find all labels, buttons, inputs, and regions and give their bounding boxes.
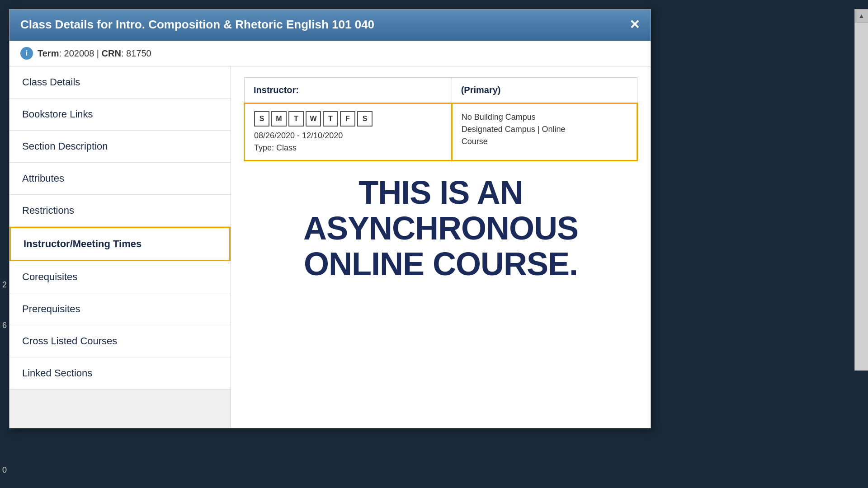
sidebar-item-corequisites[interactable]: Corequisites [9,261,231,293]
crn-label: CRN [102,48,121,58]
info-bar: i Term: 202008 | CRN: 81750 [9,41,651,66]
primary-col-header: (Primary) [452,78,637,103]
sidebar-item-section-description[interactable]: Section Description [9,131,231,163]
day-W: W [306,111,321,127]
modal-body: Class Details Bookstore Links Section De… [9,66,651,428]
day-F: F [340,111,355,127]
sidebar-item-class-details[interactable]: Class Details [9,66,231,99]
modal-header: Class Details for Intro. Composition & R… [9,9,651,41]
day-M: M [271,111,287,127]
location-cell: No Building Campus Designated Campus | O… [452,103,637,161]
sidebar-item-instructor-meeting-times[interactable]: Instructor/Meeting Times [9,227,231,261]
modal-container: Class Details for Intro. Composition & R… [9,9,651,428]
async-message-text: THIS IS ANASYNCHRONOUSONLINE COURSE. [244,175,638,282]
close-button[interactable]: ✕ [629,19,640,31]
day-T2: T [323,111,338,127]
schedule-cell: S M T W T F S 08/26/2020 - 12/10/2020 Ty… [245,103,452,161]
schedule-type: Type: Class [254,143,442,153]
term-crn-info: Term: 202008 | CRN: 81750 [38,48,151,59]
async-message-container: THIS IS ANASYNCHRONOUSONLINE COURSE. [244,175,638,282]
sidebar-item-cross-listed-courses[interactable]: Cross Listed Courses [9,325,231,357]
days-row: S M T W T F S [254,111,442,127]
sidebar-item-restrictions[interactable]: Restrictions [9,195,231,227]
page-num-0: 0 [2,465,7,475]
schedule-row: S M T W T F S 08/26/2020 - 12/10/2020 Ty… [245,103,637,161]
location-line2: Designated Campus | Online [462,123,627,136]
page-num-6: 6 [2,321,7,330]
sidebar: Class Details Bookstore Links Section De… [9,66,231,428]
day-T1: T [288,111,304,127]
instructor-col-header: Instructor: [245,78,452,103]
sidebar-item-bookstore-links[interactable]: Bookstore Links [9,99,231,131]
crn-value: 81750 [126,48,151,58]
sidebar-item-prerequisites[interactable]: Prerequisites [9,293,231,325]
sidebar-item-attributes[interactable]: Attributes [9,163,231,195]
instructor-table: Instructor: (Primary) S M T W T [244,77,638,161]
modal-title: Class Details for Intro. Composition & R… [20,18,374,32]
location-line3: Course [462,136,627,148]
sidebar-item-linked-sections[interactable]: Linked Sections [9,357,231,389]
schedule-dates: 08/26/2020 - 12/10/2020 [254,131,442,141]
scroll-up-arrow[interactable]: ▲ [855,9,868,23]
main-content-area: Instructor: (Primary) S M T W T [231,66,651,428]
day-S2: S [357,111,373,127]
info-icon: i [20,47,33,60]
day-S1: S [254,111,269,127]
page-num-2: 2 [2,280,7,290]
location-line1: No Building Campus [462,111,627,123]
term-value: 202008 [64,48,94,58]
term-label: Term [38,48,59,58]
scrollbar: ▲ [854,9,868,371]
